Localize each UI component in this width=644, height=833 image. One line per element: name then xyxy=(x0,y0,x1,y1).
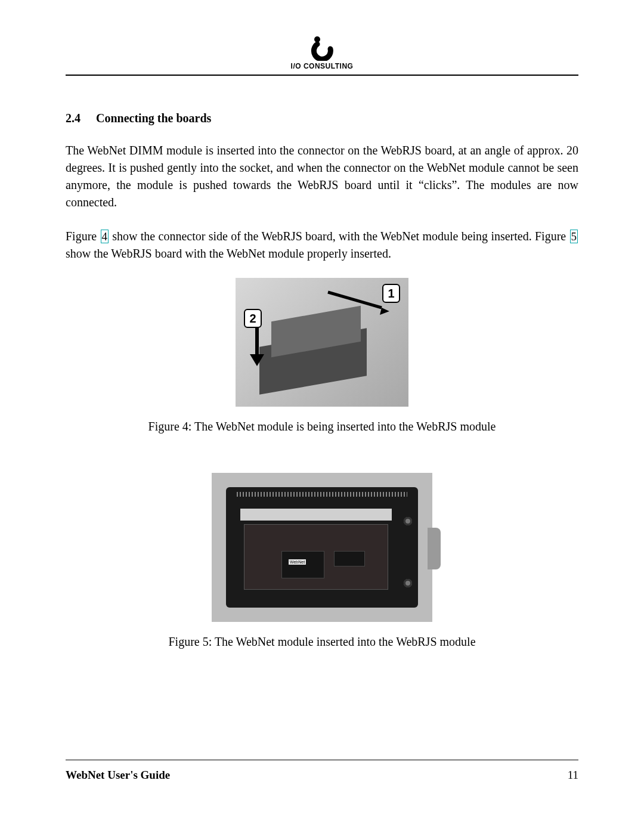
figure-4-image: 1 2 xyxy=(236,278,408,407)
paragraph-2c: show the WebRJS board with the WebNet mo… xyxy=(66,247,391,260)
footer-rule xyxy=(66,760,578,760)
brand-text: I/O CONSULTING xyxy=(291,62,354,70)
figure-4-block: 1 2 Figure 4: The WebNet module is being… xyxy=(66,278,578,433)
page-footer: WebNet User's Guide 11 xyxy=(66,760,578,782)
brand-logo: I/O CONSULTING xyxy=(291,36,354,70)
paragraph-2b: show the connector side of the WebRJS bo… xyxy=(109,230,569,243)
section-title: Connecting the boards xyxy=(96,112,211,125)
arrow-2-icon xyxy=(245,328,269,370)
paragraph-2: Figure 4 show the connector side of the … xyxy=(66,228,578,262)
figure-4-link[interactable]: 4 xyxy=(101,230,109,243)
io-logo-icon xyxy=(309,36,335,61)
figure-4-callout-1: 1 xyxy=(382,284,400,303)
page-number: 11 xyxy=(568,769,578,782)
header-rule xyxy=(66,75,578,76)
paragraph-2a: Figure xyxy=(66,230,100,243)
figure-5-image: WebNet xyxy=(212,473,432,622)
figure-4-callout-2: 2 xyxy=(244,309,262,328)
figure-5-link[interactable]: 5 xyxy=(570,230,578,243)
figure-4-caption: Figure 4: The WebNet module is being ins… xyxy=(66,420,578,433)
page-header: I/O CONSULTING xyxy=(66,36,578,80)
footer-title: WebNet User's Guide xyxy=(66,769,170,782)
figure-5-caption: Figure 5: The WebNet module inserted int… xyxy=(66,635,578,649)
svg-marker-2 xyxy=(250,354,264,366)
paragraph-1: The WebNet DIMM module is inserted into … xyxy=(66,142,578,211)
figure-5-block: WebNet Figure 5: The WebNet module inser… xyxy=(66,473,578,649)
section-number: 2.4 xyxy=(66,112,93,125)
section-heading: 2.4 Connecting the boards xyxy=(66,112,578,125)
